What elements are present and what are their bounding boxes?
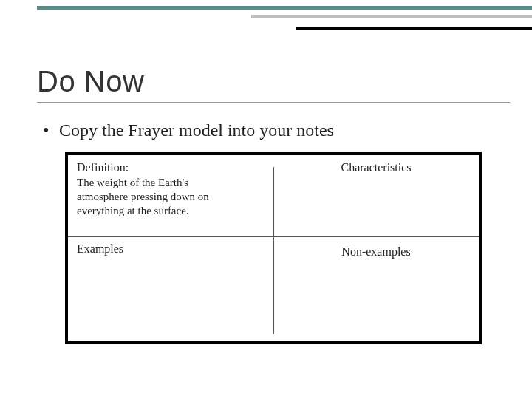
- quadrant-characteristics: Characteristics: [273, 155, 479, 236]
- bullet-instruction: • Copy the Frayer model into your notes: [43, 120, 334, 140]
- definition-text: The weight of the Earth's atmosphere pre…: [77, 176, 239, 217]
- accent-bar-teal: [37, 6, 532, 10]
- title-underline: [37, 102, 510, 103]
- slide-top-decoration: [0, 0, 532, 30]
- bullet-marker: •: [43, 120, 55, 140]
- definition-label: Definition:: [77, 161, 265, 174]
- accent-bar-black: [296, 27, 532, 30]
- quadrant-examples: Examples: [68, 236, 273, 340]
- frayer-model-grid: Definition: The weight of the Earth's at…: [65, 152, 482, 344]
- quadrant-definition: Definition: The weight of the Earth's at…: [68, 155, 273, 236]
- examples-label: Examples: [77, 242, 123, 255]
- bullet-text: Copy the Frayer model into your notes: [59, 120, 334, 140]
- quadrant-nonexamples: Non-examples: [273, 236, 479, 340]
- accent-bar-gray: [251, 15, 532, 18]
- slide-title: Do Now: [37, 65, 144, 98]
- characteristics-label: Characteristics: [341, 161, 411, 174]
- nonexamples-label: Non-examples: [341, 245, 410, 258]
